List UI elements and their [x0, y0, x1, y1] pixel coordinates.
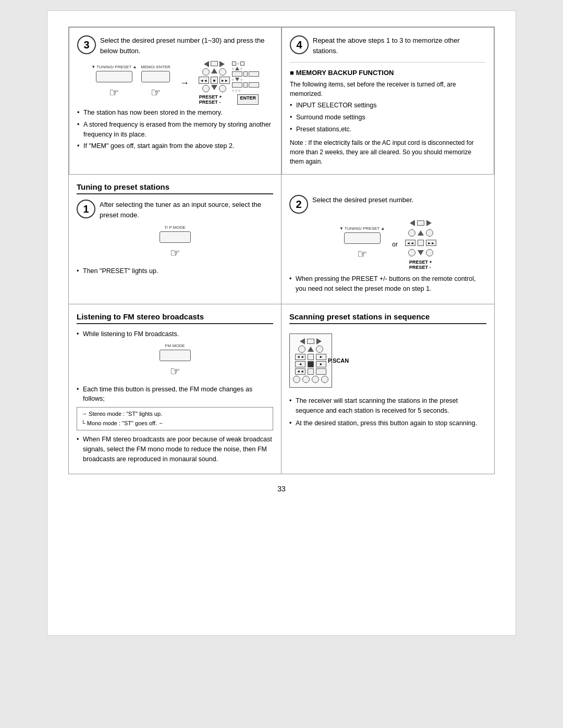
step4-memory-cell: 4 Repeat the above steps 1 to 3 to memor…: [282, 27, 494, 175]
hand-icon-right: ☞: [151, 86, 161, 100]
hand-icon-step2: ☞: [357, 248, 368, 261]
memory-bullet-1: INPUT SELECTOR settings: [290, 101, 486, 110]
pscan-text: P.SCAN: [328, 357, 349, 364]
tuning-preset-label: ▼ TUNING/ PRESET ▲: [91, 65, 137, 69]
bottom-section: Listening to FM stereo broadcasts While …: [69, 304, 494, 474]
step1-diagram: T/ P MODE ☞: [77, 225, 273, 262]
step2-bullets: When pressing the PRESET +/- buttons on …: [289, 274, 486, 294]
step3-cell: 3 Select the desired preset number (1~30…: [69, 27, 282, 175]
memory-bullet-2: Surround mode settings: [290, 113, 486, 122]
fm-mode-btn: [160, 350, 191, 361]
pscan-panel: ◄◄ ► ◄ ► ◄◄: [289, 334, 332, 388]
pscan-container: ◄◄ ► ◄ ► ◄◄: [289, 329, 486, 392]
step1-number: 1: [77, 200, 95, 218]
fm-bullet1-list: While listening to FM broadcasts.: [77, 329, 273, 339]
step3-header: 3 Select the desired preset number (1~30…: [77, 35, 273, 56]
step2-tuning-btn: [344, 232, 381, 244]
step2-bullet: When pressing the PRESET +/- buttons on …: [289, 274, 486, 294]
step3-right-diagram: ◄◄ ■ ►►: [199, 61, 259, 105]
stereo-mode-box: → Stereo mode : "ST" lights up. └ Mono m…: [77, 407, 273, 430]
arrow-icon: →: [180, 78, 189, 89]
step2-tuning-label: ▼ TUNING/ PRESET ▲: [339, 226, 385, 231]
fm-stereo-section: Listening to FM stereo broadcasts While …: [69, 304, 282, 474]
memory-backup-section: MEMORY BACKUP FUNCTION The following ite…: [290, 69, 486, 166]
page-number: 33: [68, 485, 495, 493]
memory-title: MEMORY BACKUP FUNCTION: [290, 69, 486, 77]
tuning-preset-btn: [96, 71, 132, 82]
step4-number: 4: [290, 35, 309, 54]
mono-mode-text: └ Mono mode : "ST" goes off. ←: [81, 419, 268, 428]
pscan-diagram: ◄◄ ► ◄ ► ◄◄: [289, 334, 359, 388]
step3-bullets: The station has now been stored in the m…: [77, 108, 273, 151]
bullet-1: The station has now been stored in the m…: [77, 108, 273, 118]
memory-bullet-3: Preset stations,etc.: [290, 125, 486, 134]
fm-mode-label: FM MODE: [165, 343, 185, 348]
bullet-3: If "MEM" goes off, start again from the …: [77, 141, 273, 151]
hand-icon-left: ☞: [109, 86, 119, 100]
step2-left-diagram: ▼ TUNING/ PRESET ▲ ☞: [339, 226, 385, 263]
fm-bullet3-list: When FM stereo broadcasts are poor becau…: [77, 435, 273, 464]
fm-bullet2: Each time this button is pressed, the FM…: [77, 385, 273, 404]
step4-header: 4 Repeat the above steps 1 to 3 to memor…: [290, 35, 486, 56]
memory-note: Note : If the electricity fails or the A…: [290, 138, 486, 166]
memo-enter-btn: [141, 71, 170, 82]
fm-mode-diagram: FM MODE ☞: [77, 343, 273, 380]
fm-bullet2-list: Each time this button is pressed, the FM…: [77, 385, 273, 404]
step2-diagram: ▼ TUNING/ PRESET ▲ ☞ or: [289, 219, 486, 270]
step2-section: 2 Select the desired preset number. ▼ TU…: [282, 175, 494, 304]
fm-stereo-title: Listening to FM stereo broadcasts: [77, 312, 273, 324]
enter-label: ENTER: [237, 94, 259, 105]
step2-header: 2 Select the desired preset number.: [289, 195, 486, 214]
step2-right-panel: ◄◄ ►► PRESET + PR: [405, 219, 436, 270]
step2-preset-plus: PRESET +: [409, 260, 432, 265]
step1-description: After selecting the tuner as an input so…: [100, 200, 273, 220]
hand-icon-fm: ☞: [170, 365, 180, 378]
step1-header: 1 After selecting the tuner as an input …: [77, 200, 273, 220]
scanning-section: Scanning preset stations in sequence: [282, 304, 494, 474]
preset-minus-label: PRESET -: [199, 100, 222, 105]
step1-bullets: Then "PRESET" lights up.: [77, 266, 273, 276]
manual-page: 3 Select the desired preset number (1~30…: [47, 10, 516, 636]
step3-description: Select the desired preset number (1~30) …: [100, 35, 273, 56]
step3-middle-diagram: MEMO/ ENTER ☞: [141, 65, 170, 102]
hand-icon-step1: ☞: [170, 246, 180, 260]
memo-enter-label: MEMO/ ENTER: [141, 65, 170, 69]
memory-bullets: INPUT SELECTOR settings Surround mode se…: [290, 101, 486, 134]
step3-left-diagram: ▼ TUNING/ PRESET ▲ ☞: [91, 65, 137, 102]
scanning-bullets: The receiver will start scanning the sta…: [289, 396, 486, 428]
middle-section: Tuning to preset stations 1 After select…: [69, 175, 494, 304]
tp-mode-btn: [160, 231, 191, 243]
preset-plus-label: PRESET +: [199, 94, 222, 100]
tuning-section: Tuning to preset stations 1 After select…: [69, 175, 282, 304]
bullet-2: A stored frequency is erased from the me…: [77, 120, 273, 140]
step3-number: 3: [77, 35, 96, 54]
or-label: or: [392, 241, 398, 248]
tp-mode-label: T/ P MODE: [164, 225, 186, 230]
scanning-bullet1: The receiver will start scanning the sta…: [289, 396, 486, 416]
tuning-title: Tuning to preset stations: [77, 182, 273, 194]
fm-bullet3: When FM stereo broadcasts are poor becau…: [77, 435, 273, 464]
step1-bullet: Then "PRESET" lights up.: [77, 266, 273, 276]
step2-number: 2: [289, 195, 308, 214]
step2-description: Select the desired preset number.: [312, 195, 413, 205]
step2-preset-minus: PRESET -: [409, 265, 432, 270]
step4-description: Repeat the above steps 1 to 3 to memoriz…: [313, 35, 486, 56]
step3-diagram: ▼ TUNING/ PRESET ▲ ☞ MEMO/ ENTER ☞ →: [77, 61, 273, 105]
memory-intro: The following items, set before the rece…: [290, 80, 486, 98]
fm-bullet1: While listening to FM broadcasts.: [77, 329, 273, 339]
content-grid: 3 Select the desired preset number (1~30…: [68, 27, 495, 474]
scanning-bullet2: At the desired station, press this butto…: [289, 418, 486, 428]
stereo-mode-text: → Stereo mode : "ST" lights up.: [81, 410, 268, 419]
scanning-title: Scanning preset stations in sequence: [289, 312, 486, 324]
